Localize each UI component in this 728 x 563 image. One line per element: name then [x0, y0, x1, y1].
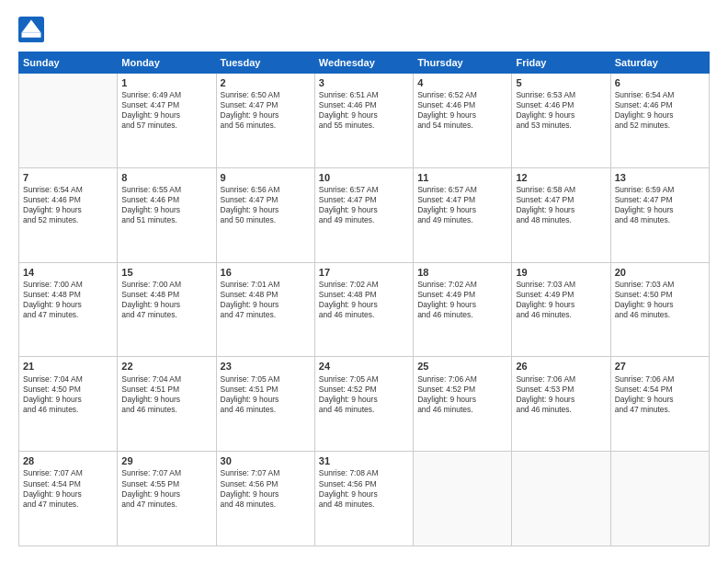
- day-info-line: Daylight: 9 hours: [615, 395, 705, 405]
- day-info-line: Sunset: 4:49 PM: [417, 290, 507, 300]
- day-info-line: Sunrise: 7:03 AM: [516, 280, 606, 290]
- day-info-line: and 46 minutes.: [417, 405, 507, 415]
- day-info-line: Daylight: 9 hours: [417, 205, 507, 215]
- day-number: 27: [615, 360, 705, 373]
- day-info-line: Daylight: 9 hours: [221, 489, 311, 500]
- day-number: 20: [615, 266, 705, 279]
- day-info-line: Sunrise: 6:54 AM: [23, 185, 113, 195]
- day-info-line: Sunset: 4:47 PM: [516, 195, 606, 205]
- day-number: 30: [221, 454, 311, 467]
- day-info-line: Sunset: 4:46 PM: [516, 100, 606, 110]
- day-info-line: Sunset: 4:46 PM: [23, 195, 113, 205]
- day-info-line: Sunrise: 7:07 AM: [221, 468, 311, 478]
- calendar-cell: 25Sunrise: 7:06 AMSunset: 4:52 PMDayligh…: [414, 357, 512, 452]
- day-number: 10: [319, 171, 409, 184]
- logo: [18, 17, 48, 42]
- day-info-line: Daylight: 9 hours: [516, 205, 606, 215]
- day-info-line: Daylight: 9 hours: [221, 205, 311, 215]
- day-info-line: Daylight: 9 hours: [516, 110, 606, 121]
- day-number: 16: [221, 266, 311, 279]
- day-info-line: Sunset: 4:56 PM: [319, 479, 409, 489]
- day-info-line: and 49 minutes.: [319, 215, 409, 225]
- day-info-line: Sunrise: 7:06 AM: [615, 374, 705, 385]
- calendar-week-row: 1Sunrise: 6:49 AMSunset: 4:47 PMDaylight…: [19, 74, 710, 168]
- day-info-line: Sunrise: 6:55 AM: [121, 185, 211, 195]
- page: SundayMondayTuesdayWednesdayThursdayFrid…: [0, 0, 728, 563]
- day-number: 18: [417, 266, 507, 279]
- day-info-line: Sunset: 4:47 PM: [221, 195, 311, 205]
- day-info-line: Sunset: 4:50 PM: [615, 290, 705, 300]
- day-of-week-header: Thursday: [414, 52, 512, 74]
- day-number: 13: [615, 171, 705, 184]
- day-of-week-header: Saturday: [610, 52, 709, 74]
- day-number: 24: [319, 360, 409, 373]
- day-info-line: and 47 minutes.: [23, 310, 113, 320]
- day-info-line: Sunrise: 7:04 AM: [121, 374, 211, 385]
- calendar-cell: 4Sunrise: 6:52 AMSunset: 4:46 PMDaylight…: [414, 74, 512, 168]
- day-of-week-header: Tuesday: [216, 52, 314, 74]
- day-info-line: Daylight: 9 hours: [221, 300, 311, 310]
- day-info-line: Sunset: 4:48 PM: [319, 290, 409, 300]
- day-number: 19: [516, 266, 606, 279]
- day-info-line: Sunset: 4:55 PM: [121, 479, 211, 489]
- day-info-line: Sunset: 4:52 PM: [319, 385, 409, 395]
- day-info-line: Daylight: 9 hours: [417, 110, 507, 121]
- day-info-line: Sunrise: 6:59 AM: [615, 185, 705, 195]
- day-info-line: and 46 minutes.: [23, 405, 113, 415]
- day-info-line: Sunset: 4:46 PM: [615, 100, 705, 110]
- day-info-line: and 46 minutes.: [319, 310, 409, 320]
- header: [18, 17, 710, 42]
- day-info-line: Sunrise: 7:08 AM: [319, 468, 409, 478]
- day-number: 15: [121, 266, 211, 279]
- calendar-cell: [414, 452, 512, 546]
- calendar-cell: 17Sunrise: 7:02 AMSunset: 4:48 PMDayligh…: [314, 262, 413, 357]
- day-of-week-header: Monday: [118, 52, 216, 74]
- calendar-cell: 5Sunrise: 6:53 AMSunset: 4:46 PMDaylight…: [512, 74, 610, 168]
- day-info-line: and 55 minutes.: [319, 121, 409, 131]
- day-info-line: and 46 minutes.: [516, 405, 606, 415]
- calendar-week-row: 14Sunrise: 7:00 AMSunset: 4:48 PMDayligh…: [19, 262, 710, 357]
- day-number: 17: [319, 266, 409, 279]
- day-info-line: and 51 minutes.: [121, 215, 211, 225]
- day-info-line: and 46 minutes.: [516, 310, 606, 320]
- calendar-cell: 14Sunrise: 7:00 AMSunset: 4:48 PMDayligh…: [19, 262, 118, 357]
- day-info-line: Sunrise: 7:02 AM: [319, 280, 409, 290]
- calendar-cell: 13Sunrise: 6:59 AMSunset: 4:47 PMDayligh…: [610, 167, 709, 262]
- calendar-cell: 15Sunrise: 7:00 AMSunset: 4:48 PMDayligh…: [118, 262, 216, 357]
- calendar-cell: 2Sunrise: 6:50 AMSunset: 4:47 PMDaylight…: [216, 74, 314, 168]
- day-info-line: Daylight: 9 hours: [417, 300, 507, 310]
- calendar-cell: 21Sunrise: 7:04 AMSunset: 4:50 PMDayligh…: [19, 357, 118, 452]
- day-number: 21: [23, 360, 113, 373]
- day-info-line: Daylight: 9 hours: [23, 489, 113, 500]
- day-info-line: Sunset: 4:47 PM: [319, 195, 409, 205]
- calendar-week-row: 7Sunrise: 6:54 AMSunset: 4:46 PMDaylight…: [19, 167, 710, 262]
- day-info-line: Daylight: 9 hours: [121, 110, 211, 121]
- day-info-line: and 48 minutes.: [221, 500, 311, 510]
- day-info-line: Daylight: 9 hours: [221, 395, 311, 405]
- calendar-header-row: SundayMondayTuesdayWednesdayThursdayFrid…: [19, 52, 710, 74]
- day-number: 29: [121, 454, 211, 467]
- day-number: 22: [121, 360, 211, 373]
- day-info-line: Sunset: 4:48 PM: [121, 290, 211, 300]
- day-number: 25: [417, 360, 507, 373]
- day-info-line: Sunrise: 7:05 AM: [319, 374, 409, 385]
- day-info-line: Sunset: 4:53 PM: [516, 385, 606, 395]
- day-info-line: and 47 minutes.: [23, 500, 113, 510]
- day-info-line: and 46 minutes.: [121, 405, 211, 415]
- day-info-line: Sunset: 4:46 PM: [121, 195, 211, 205]
- day-info-line: and 47 minutes.: [121, 500, 211, 510]
- day-info-line: Sunset: 4:46 PM: [417, 100, 507, 110]
- day-info-line: Daylight: 9 hours: [615, 300, 705, 310]
- day-info-line: and 47 minutes.: [221, 310, 311, 320]
- day-info-line: and 48 minutes.: [516, 215, 606, 225]
- day-info-line: Sunset: 4:51 PM: [121, 385, 211, 395]
- calendar-cell: 19Sunrise: 7:03 AMSunset: 4:49 PMDayligh…: [512, 262, 610, 357]
- calendar-cell: 26Sunrise: 7:06 AMSunset: 4:53 PMDayligh…: [512, 357, 610, 452]
- day-info-line: Daylight: 9 hours: [23, 395, 113, 405]
- day-info-line: Sunrise: 7:06 AM: [417, 374, 507, 385]
- day-info-line: Sunset: 4:52 PM: [417, 385, 507, 395]
- calendar-cell: 31Sunrise: 7:08 AMSunset: 4:56 PMDayligh…: [314, 452, 413, 546]
- day-info-line: Sunrise: 7:07 AM: [121, 468, 211, 478]
- day-number: 8: [121, 171, 211, 184]
- day-of-week-header: Wednesday: [314, 52, 413, 74]
